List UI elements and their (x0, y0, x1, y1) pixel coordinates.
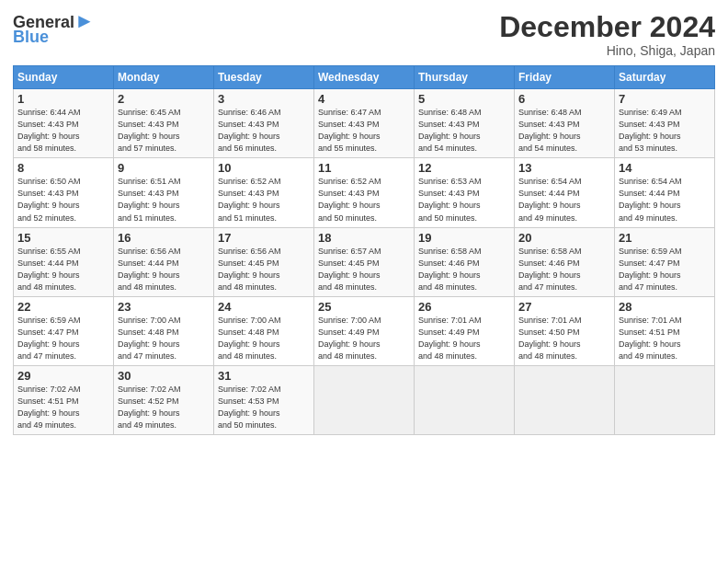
calendar-cell: 14Sunrise: 6:54 AM Sunset: 4:44 PM Dayli… (615, 158, 715, 227)
calendar-cell (314, 365, 415, 434)
header: General► Blue December 2024 Hino, Shiga,… (13, 11, 715, 58)
day-number: 7 (619, 92, 711, 106)
title-area: December 2024 Hino, Shiga, Japan (499, 11, 715, 58)
cell-info: Sunrise: 6:50 AM Sunset: 4:43 PM Dayligh… (17, 177, 81, 222)
logo: General► Blue (13, 11, 95, 47)
cell-info: Sunrise: 6:54 AM Sunset: 4:44 PM Dayligh… (518, 177, 582, 222)
main-container: General► Blue December 2024 Hino, Shiga,… (0, 0, 728, 442)
calendar-cell: 27Sunrise: 7:01 AM Sunset: 4:50 PM Dayli… (515, 296, 615, 365)
calendar-cell: 6Sunrise: 6:48 AM Sunset: 4:43 PM Daylig… (515, 89, 615, 158)
day-number: 8 (17, 161, 109, 175)
day-number: 23 (118, 300, 210, 314)
calendar-table: SundayMondayTuesdayWednesdayThursdayFrid… (13, 65, 715, 435)
day-number: 19 (418, 231, 510, 245)
calendar-title: December 2024 (499, 11, 715, 43)
cell-info: Sunrise: 6:45 AM Sunset: 4:43 PM Dayligh… (118, 108, 181, 153)
cell-info: Sunrise: 6:58 AM Sunset: 4:46 PM Dayligh… (418, 247, 482, 292)
calendar-cell: 1Sunrise: 6:44 AM Sunset: 4:43 PM Daylig… (14, 89, 114, 158)
calendar-cell: 21Sunrise: 6:59 AM Sunset: 4:47 PM Dayli… (615, 227, 715, 296)
day-header-friday: Friday (515, 66, 615, 89)
calendar-cell: 22Sunrise: 6:59 AM Sunset: 4:47 PM Dayli… (14, 296, 114, 365)
day-number: 30 (118, 369, 210, 383)
calendar-cell (515, 365, 615, 434)
day-header-monday: Monday (114, 66, 214, 89)
cell-info: Sunrise: 6:56 AM Sunset: 4:44 PM Dayligh… (118, 247, 181, 292)
cell-info: Sunrise: 7:02 AM Sunset: 4:52 PM Dayligh… (118, 385, 181, 430)
day-number: 28 (619, 300, 711, 314)
day-number: 25 (318, 300, 410, 314)
cell-info: Sunrise: 6:48 AM Sunset: 4:43 PM Dayligh… (418, 108, 482, 153)
calendar-cell: 11Sunrise: 6:52 AM Sunset: 4:43 PM Dayli… (314, 158, 415, 227)
cell-info: Sunrise: 6:54 AM Sunset: 4:44 PM Dayligh… (619, 177, 682, 222)
cell-info: Sunrise: 7:01 AM Sunset: 4:50 PM Dayligh… (518, 316, 582, 361)
day-number: 13 (518, 161, 610, 175)
day-header-saturday: Saturday (615, 66, 715, 89)
cell-info: Sunrise: 6:56 AM Sunset: 4:45 PM Dayligh… (218, 247, 281, 292)
cell-info: Sunrise: 7:00 AM Sunset: 4:48 PM Dayligh… (118, 316, 181, 361)
day-number: 20 (518, 231, 610, 245)
calendar-cell: 19Sunrise: 6:58 AM Sunset: 4:46 PM Dayli… (415, 227, 515, 296)
cell-info: Sunrise: 6:46 AM Sunset: 4:43 PM Dayligh… (218, 108, 281, 153)
calendar-cell: 31Sunrise: 7:02 AM Sunset: 4:53 PM Dayli… (214, 365, 314, 434)
cell-info: Sunrise: 7:02 AM Sunset: 4:51 PM Dayligh… (17, 385, 81, 430)
day-number: 10 (218, 161, 310, 175)
day-number: 27 (518, 300, 610, 314)
cell-info: Sunrise: 6:57 AM Sunset: 4:45 PM Dayligh… (318, 247, 381, 292)
calendar-subtitle: Hino, Shiga, Japan (499, 43, 715, 58)
cell-info: Sunrise: 7:00 AM Sunset: 4:49 PM Dayligh… (318, 316, 381, 361)
day-number: 12 (418, 161, 510, 175)
calendar-cell: 18Sunrise: 6:57 AM Sunset: 4:45 PM Dayli… (314, 227, 415, 296)
cell-info: Sunrise: 6:59 AM Sunset: 4:47 PM Dayligh… (619, 247, 682, 292)
day-number: 14 (619, 161, 711, 175)
calendar-cell: 9Sunrise: 6:51 AM Sunset: 4:43 PM Daylig… (114, 158, 214, 227)
day-number: 6 (518, 92, 610, 106)
day-number: 17 (218, 231, 310, 245)
cell-info: Sunrise: 6:49 AM Sunset: 4:43 PM Dayligh… (619, 108, 682, 153)
calendar-cell: 25Sunrise: 7:00 AM Sunset: 4:49 PM Dayli… (314, 296, 415, 365)
calendar-cell: 3Sunrise: 6:46 AM Sunset: 4:43 PM Daylig… (214, 89, 314, 158)
cell-info: Sunrise: 6:51 AM Sunset: 4:43 PM Dayligh… (118, 177, 181, 222)
day-header-sunday: Sunday (14, 66, 114, 89)
cell-info: Sunrise: 6:55 AM Sunset: 4:44 PM Dayligh… (17, 247, 81, 292)
cell-info: Sunrise: 6:47 AM Sunset: 4:43 PM Dayligh… (318, 108, 381, 153)
calendar-cell: 10Sunrise: 6:52 AM Sunset: 4:43 PM Dayli… (214, 158, 314, 227)
calendar-cell: 30Sunrise: 7:02 AM Sunset: 4:52 PM Dayli… (114, 365, 214, 434)
calendar-cell: 28Sunrise: 7:01 AM Sunset: 4:51 PM Dayli… (615, 296, 715, 365)
cell-info: Sunrise: 7:00 AM Sunset: 4:48 PM Dayligh… (218, 316, 281, 361)
calendar-cell: 15Sunrise: 6:55 AM Sunset: 4:44 PM Dayli… (14, 227, 114, 296)
day-number: 1 (17, 92, 109, 106)
calendar-cell (415, 365, 515, 434)
cell-info: Sunrise: 6:44 AM Sunset: 4:43 PM Dayligh… (17, 108, 81, 153)
cell-info: Sunrise: 6:52 AM Sunset: 4:43 PM Dayligh… (318, 177, 381, 222)
day-number: 4 (318, 92, 410, 106)
day-number: 31 (218, 369, 310, 383)
calendar-cell: 13Sunrise: 6:54 AM Sunset: 4:44 PM Dayli… (515, 158, 615, 227)
day-number: 16 (118, 231, 210, 245)
calendar-cell: 2Sunrise: 6:45 AM Sunset: 4:43 PM Daylig… (114, 89, 214, 158)
calendar-cell: 16Sunrise: 6:56 AM Sunset: 4:44 PM Dayli… (114, 227, 214, 296)
day-number: 3 (218, 92, 310, 106)
day-number: 29 (17, 369, 109, 383)
calendar-cell: 24Sunrise: 7:00 AM Sunset: 4:48 PM Dayli… (214, 296, 314, 365)
calendar-cell: 23Sunrise: 7:00 AM Sunset: 4:48 PM Dayli… (114, 296, 214, 365)
calendar-cell: 7Sunrise: 6:49 AM Sunset: 4:43 PM Daylig… (615, 89, 715, 158)
calendar-cell: 29Sunrise: 7:02 AM Sunset: 4:51 PM Dayli… (14, 365, 114, 434)
day-number: 22 (17, 300, 109, 314)
day-number: 15 (17, 231, 109, 245)
cell-info: Sunrise: 6:53 AM Sunset: 4:43 PM Dayligh… (418, 177, 482, 222)
day-header-wednesday: Wednesday (314, 66, 415, 89)
day-number: 26 (418, 300, 510, 314)
calendar-cell: 5Sunrise: 6:48 AM Sunset: 4:43 PM Daylig… (415, 89, 515, 158)
cell-info: Sunrise: 6:48 AM Sunset: 4:43 PM Dayligh… (518, 108, 582, 153)
calendar-cell: 8Sunrise: 6:50 AM Sunset: 4:43 PM Daylig… (14, 158, 114, 227)
day-number: 9 (118, 161, 210, 175)
logo-icon: ► (74, 9, 95, 32)
calendar-cell (615, 365, 715, 434)
day-number: 18 (318, 231, 410, 245)
day-number: 5 (418, 92, 510, 106)
cell-info: Sunrise: 6:58 AM Sunset: 4:46 PM Dayligh… (518, 247, 582, 292)
calendar-cell: 12Sunrise: 6:53 AM Sunset: 4:43 PM Dayli… (415, 158, 515, 227)
calendar-cell: 20Sunrise: 6:58 AM Sunset: 4:46 PM Dayli… (515, 227, 615, 296)
cell-info: Sunrise: 6:52 AM Sunset: 4:43 PM Dayligh… (218, 177, 281, 222)
calendar-cell: 4Sunrise: 6:47 AM Sunset: 4:43 PM Daylig… (314, 89, 415, 158)
